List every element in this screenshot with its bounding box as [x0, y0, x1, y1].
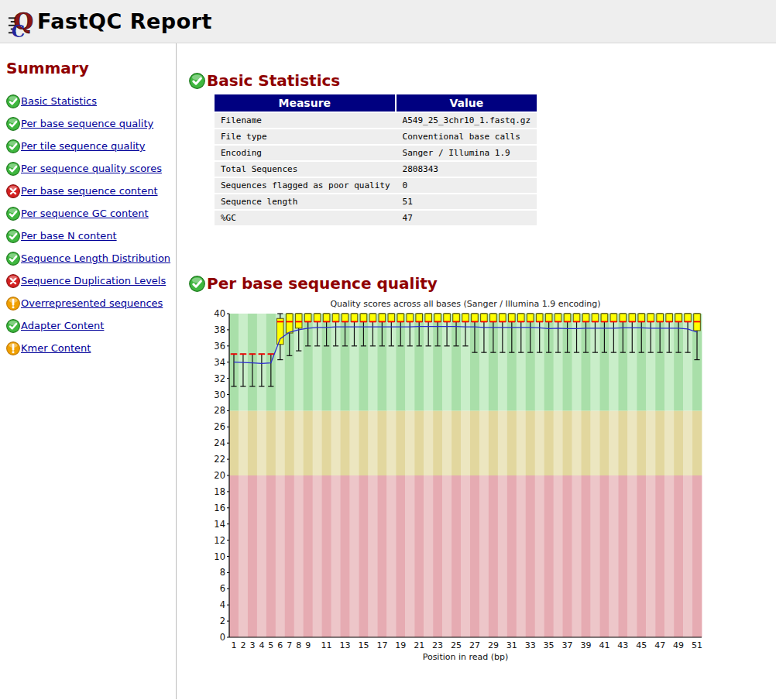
sidebar-item-per-base-sequence-quality[interactable]: Per base sequence quality [21, 118, 153, 129]
svg-text:3: 3 [249, 640, 255, 650]
svg-text:18: 18 [214, 486, 225, 497]
table-row: Sequence length51 [215, 194, 537, 209]
svg-text:25: 25 [451, 640, 462, 650]
status-fail-icon [6, 184, 20, 198]
table-row: Sequences flagged as poor quality0 [215, 178, 537, 193]
summary-item: Per sequence GC content [6, 202, 176, 225]
svg-text:34: 34 [214, 357, 225, 368]
svg-text:21: 21 [414, 640, 424, 650]
sidebar-item-per-sequence-gc-content[interactable]: Per sequence GC content [21, 208, 149, 219]
svg-text:12: 12 [214, 535, 225, 546]
svg-text:38: 38 [214, 324, 225, 335]
svg-text:45: 45 [636, 640, 647, 650]
svg-text:23: 23 [432, 640, 443, 650]
per-base-quality-section: Per base sequence quality 02468101214161… [189, 275, 776, 667]
value-cell: 51 [397, 194, 537, 209]
svg-text:8: 8 [220, 567, 225, 578]
svg-text:6: 6 [220, 583, 225, 594]
svg-text:7: 7 [287, 640, 292, 650]
svg-text:4: 4 [259, 640, 264, 650]
summary-item: Overrepresented sequences [6, 292, 176, 314]
sidebar-item-adapter-content[interactable]: Adapter Content [21, 320, 104, 331]
summary-item: Sequence Duplication Levels [6, 269, 176, 292]
status-pass-icon [6, 162, 20, 176]
measure-cell: %GC [215, 211, 397, 225]
value-cell: 2808343 [397, 162, 537, 177]
page-title: FastQC Report [37, 9, 212, 33]
measure-cell: File type [215, 129, 397, 144]
status-warn-icon [6, 341, 20, 355]
sidebar-item-sequence-length-distribution[interactable]: Sequence Length Distribution [21, 252, 170, 264]
status-fail-icon [6, 274, 20, 288]
status-pass-icon [6, 252, 20, 266]
measure-cell: Sequences flagged as poor quality [215, 178, 397, 193]
value-cell: 47 [397, 211, 537, 225]
header: Q C FastQC Report [0, 0, 776, 43]
basic-statistics-title: Basic Statistics [207, 72, 340, 89]
svg-text:39: 39 [581, 640, 592, 650]
svg-text:33: 33 [525, 640, 536, 650]
svg-text:C: C [12, 20, 25, 38]
svg-text:41: 41 [599, 640, 609, 650]
table-row: FilenameA549_25_3chr10_1.fastq.gz [215, 113, 537, 128]
svg-text:35: 35 [544, 640, 555, 650]
svg-text:2: 2 [220, 616, 225, 626]
svg-text:19: 19 [395, 640, 406, 650]
svg-text:16: 16 [214, 503, 225, 513]
svg-text:0: 0 [220, 632, 225, 643]
svg-text:5: 5 [268, 640, 273, 650]
table-header-value: Value [397, 94, 537, 112]
value-cell: Sanger / Illumina 1.9 [397, 146, 537, 160]
sidebar-item-basic-statistics[interactable]: Basic Statistics [21, 95, 97, 107]
svg-text:2: 2 [240, 640, 246, 650]
per-base-quality-title: Per base sequence quality [207, 275, 438, 292]
svg-text:13: 13 [340, 640, 351, 650]
quality-boxplot-svg: 0246810121416182022242628303234363840123… [206, 297, 709, 667]
summary-item: Per base sequence quality [6, 112, 176, 135]
measure-cell: Total Sequences [215, 162, 397, 177]
status-pass-icon [6, 117, 20, 131]
svg-text:9: 9 [305, 640, 311, 650]
sidebar-item-sequence-duplication-levels[interactable]: Sequence Duplication Levels [21, 275, 166, 287]
svg-text:32: 32 [214, 373, 225, 384]
svg-text:14: 14 [214, 519, 225, 530]
value-cell: A549_25_3chr10_1.fastq.gz [397, 113, 537, 128]
svg-text:51: 51 [692, 640, 702, 650]
status-warn-icon [6, 297, 20, 311]
svg-text:20: 20 [214, 470, 225, 481]
sidebar-item-overrepresented-sequences[interactable]: Overrepresented sequences [21, 297, 163, 309]
summary-item: Per tile sequence quality [6, 135, 176, 157]
status-pass-icon [6, 229, 20, 243]
svg-text:10: 10 [214, 551, 225, 562]
summary-item: Adapter Content [6, 314, 176, 337]
svg-text:27: 27 [469, 640, 480, 650]
sidebar-item-kmer-content[interactable]: Kmer Content [21, 342, 91, 354]
svg-text:26: 26 [214, 421, 225, 432]
sidebar-item-per-base-n-content[interactable]: Per base N content [21, 230, 117, 242]
svg-text:30: 30 [214, 389, 225, 400]
sidebar-item-per-sequence-quality-scores[interactable]: Per sequence quality scores [21, 163, 162, 174]
status-pass-icon [189, 276, 205, 292]
status-pass-icon [6, 207, 20, 221]
svg-text:24: 24 [214, 438, 225, 448]
svg-text:Quality scores across all base: Quality scores across all bases (Sanger … [330, 299, 600, 309]
summary-item: Per base N content [6, 225, 176, 247]
status-pass-icon [6, 319, 20, 333]
svg-text:1: 1 [232, 640, 237, 650]
sidebar-item-per-tile-sequence-quality[interactable]: Per tile sequence quality [21, 140, 146, 152]
svg-text:29: 29 [488, 640, 499, 650]
svg-text:6: 6 [277, 640, 283, 650]
sidebar-item-per-base-sequence-content[interactable]: Per base sequence content [21, 185, 158, 197]
measure-cell: Sequence length [215, 194, 397, 209]
svg-text:28: 28 [214, 405, 225, 416]
summary-item: Kmer Content [6, 337, 176, 359]
status-pass-icon [6, 139, 20, 153]
svg-text:49: 49 [673, 640, 684, 650]
summary-list: Basic StatisticsPer base sequence qualit… [6, 90, 176, 359]
table-header-measure: Measure [215, 94, 397, 112]
summary-item: Sequence Length Distribution [6, 247, 176, 269]
svg-text:11: 11 [321, 640, 332, 650]
basic-statistics-section: Basic Statistics Measure Value FilenameA… [189, 72, 776, 227]
table-row: File typeConventional base calls [215, 129, 537, 144]
svg-text:40: 40 [214, 308, 225, 319]
